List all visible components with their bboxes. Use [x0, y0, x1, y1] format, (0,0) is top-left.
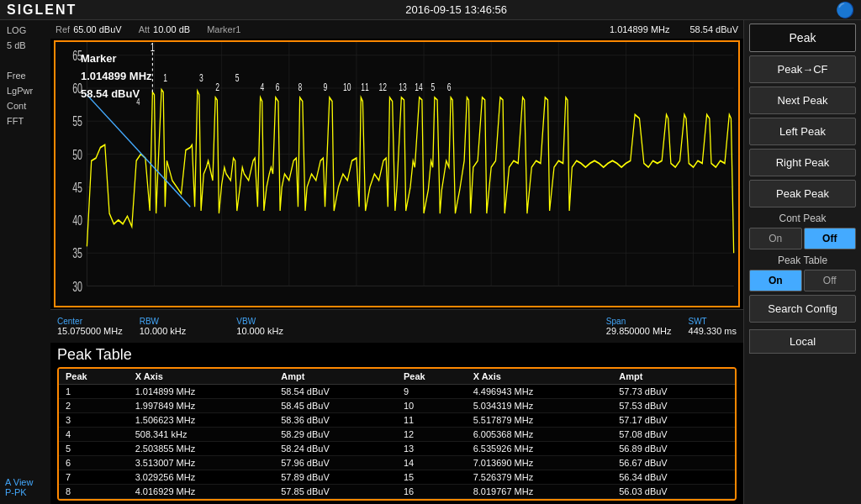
marker-label: Marker1 [207, 24, 240, 34]
svg-text:8: 8 [298, 81, 302, 92]
svg-text:1: 1 [163, 71, 167, 83]
sidebar-lgpwr[interactable]: LgPwr [3, 84, 47, 97]
table-row: 8 4.016929 MHz 57.85 dBuV 16 8.019767 MH… [59, 485, 735, 499]
peak-ampt1: 57.89 dBuV [274, 470, 397, 485]
svg-line-29 [87, 95, 190, 207]
att-label: Att [139, 24, 150, 34]
peak-xaxis1: 3.029256 MHz [129, 470, 275, 485]
marker-freq: 1.014899 MHz [610, 24, 670, 34]
svg-text:35: 35 [72, 246, 82, 261]
peak-ampt1: 58.36 dBuV [274, 413, 397, 428]
peak-num1: 4 [59, 428, 129, 442]
peak-num2: 10 [397, 399, 467, 413]
peak-xaxis1: 1.014899 MHz [129, 385, 275, 399]
peak-xaxis2: 6.005368 MHz [467, 428, 613, 442]
peak-ampt2: 56.67 dBuV [612, 456, 735, 470]
cont-peak-off-btn[interactable]: Off [804, 228, 857, 249]
peak-xaxis2: 7.526379 MHz [467, 470, 613, 485]
marker-freq-annotation: 1.014899 MHz [81, 68, 152, 86]
datetime: 2016-09-15 13:46:56 [405, 3, 507, 16]
peak-table-toggle-label: Peak Table [749, 253, 856, 268]
sidebar-free[interactable]: Free [3, 69, 47, 82]
info-bar: Ref65.00 dBuV Att10.00 dB Marker1 1.0148… [50, 20, 743, 39]
peak-ampt2: 57.73 dBuV [612, 385, 735, 399]
vbw-val: 10.000 kHz [236, 326, 283, 336]
cont-peak-on-btn[interactable]: On [749, 228, 802, 249]
cont-peak-label: Cont Peak [749, 211, 856, 226]
peak-num1: 8 [59, 485, 129, 499]
svg-text:40: 40 [72, 213, 82, 228]
sidebar-fft[interactable]: FFT [3, 114, 47, 128]
table-row: 1 1.014899 MHz 58.54 dBuV 9 4.496943 MHz… [59, 385, 735, 399]
peak-num1: 5 [59, 442, 129, 456]
col-ampt1: Ampt [274, 369, 397, 385]
peak-xaxis1: 1.997849 MHz [129, 399, 275, 413]
peak-table-section: Peak Table Peak X Axis Ampt Peak X Axis … [50, 343, 743, 504]
a-view: A View P-PK [3, 474, 47, 501]
peak-table-toggle: On Off [749, 270, 856, 291]
left-peak-btn[interactable]: Left Peak [749, 118, 856, 145]
svg-text:4: 4 [261, 81, 265, 92]
peak-table-off-btn[interactable]: Off [804, 270, 857, 291]
col-peak1: Peak [59, 369, 129, 385]
att-value: 10.00 dB [153, 24, 190, 34]
right-peak-btn[interactable]: Right Peak [749, 149, 856, 176]
center-panel: Ref65.00 dBuV Att10.00 dB Marker1 1.0148… [50, 20, 743, 504]
peak-xaxis2: 5.517879 MHz [467, 413, 613, 428]
svg-text:5: 5 [235, 71, 240, 83]
peak-xaxis2: 6.535926 MHz [467, 442, 613, 456]
marker-ampt-annotation: 58.54 dBuV [81, 86, 152, 103]
ref-value: 65.00 dBuV [73, 24, 122, 34]
ref-label: Ref [55, 24, 70, 34]
col-xaxis2: X Axis [467, 369, 613, 385]
peak-ampt1: 57.96 dBuV [274, 456, 397, 470]
table-row: 6 3.513007 MHz 57.96 dBuV 14 7.013690 MH… [59, 456, 735, 470]
search-config-btn[interactable]: Search Config [749, 295, 856, 323]
swt-label: SWT [689, 317, 737, 326]
right-sidebar: Peak Peak→CF Next Peak Left Peak Right P… [743, 20, 861, 504]
peak-xaxis1: 3.513007 MHz [129, 456, 275, 470]
svg-text:3: 3 [199, 71, 203, 83]
next-peak-btn[interactable]: Next Peak [749, 87, 856, 114]
table-row: 5 2.503855 MHz 58.24 dBuV 13 6.535926 MH… [59, 442, 735, 456]
svg-text:5: 5 [431, 81, 436, 92]
usb-icon: 🔵 [836, 1, 854, 19]
peak-num2: 13 [397, 442, 467, 456]
table-row: 4 508.341 kHz 58.29 dBuV 12 6.005368 MHz… [59, 428, 735, 442]
peak-xaxis1: 508.341 kHz [129, 428, 275, 442]
col-xaxis1: X Axis [129, 369, 275, 385]
spectrum-chart: 65 60 55 50 45 40 35 30 25 20 15 [54, 40, 740, 307]
peak-ampt2: 56.34 dBuV [612, 470, 735, 485]
peak-num1: 3 [59, 413, 129, 428]
peak-xaxis1: 1.506623 MHz [129, 413, 275, 428]
sidebar-log[interactable]: LOG [3, 24, 47, 37]
svg-text:45: 45 [72, 181, 82, 196]
sidebar-cont[interactable]: Cont [3, 99, 47, 113]
peak-num2: 11 [397, 413, 467, 428]
peak-cf-btn[interactable]: Peak→CF [749, 55, 856, 83]
peak-ampt2: 57.53 dBuV [612, 399, 735, 413]
peak-title-btn: Peak [749, 24, 856, 52]
rbw-val: 10.000 kHz [140, 326, 187, 336]
cont-peak-group: Cont Peak On Off [749, 211, 856, 249]
peak-ampt2: 57.08 dBuV [612, 428, 735, 442]
top-bar: SIGLENT 2016-09-15 13:46:56 🔵 [0, 0, 861, 20]
svg-text:14: 14 [415, 81, 423, 92]
peak-xaxis2: 5.034319 MHz [467, 399, 613, 413]
cont-peak-toggle: On Off [749, 228, 856, 249]
table-row: 2 1.997849 MHz 58.45 dBuV 10 5.034319 MH… [59, 399, 735, 413]
local-btn[interactable]: Local [749, 329, 856, 354]
peak-peak-btn[interactable]: Peak Peak [749, 180, 856, 207]
peak-num2: 9 [397, 385, 467, 399]
span-label: Span [606, 317, 672, 326]
svg-text:9: 9 [323, 81, 327, 92]
svg-text:6: 6 [447, 81, 452, 92]
peak-num2: 12 [397, 428, 467, 442]
svg-text:12: 12 [379, 81, 388, 92]
svg-text:11: 11 [361, 81, 369, 92]
peak-table-group: Peak Table On Off [749, 253, 856, 291]
peak-ampt1: 58.24 dBuV [274, 442, 397, 456]
peak-num1: 7 [59, 470, 129, 485]
peak-table-on-btn[interactable]: On [749, 270, 802, 291]
sidebar-5db[interactable]: 5 dB [3, 39, 47, 52]
